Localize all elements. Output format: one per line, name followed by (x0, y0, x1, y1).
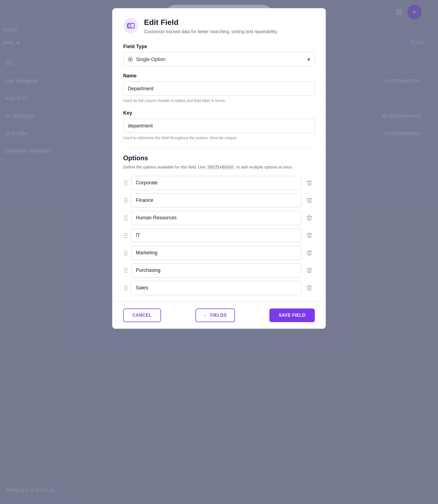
delete-option-2-button[interactable] (304, 212, 315, 223)
key-helper-text: Used to reference this field throughout … (123, 135, 315, 141)
modal-header: Edit Field Customize tracked data for be… (123, 18, 315, 35)
option-input-0[interactable] (131, 176, 301, 190)
fields-button-label: FIELDS (210, 313, 227, 318)
cancel-button[interactable]: CANCEL (123, 308, 161, 322)
option-row-6 (123, 281, 315, 295)
key-input[interactable] (123, 119, 315, 133)
drag-handle-6[interactable] (123, 284, 128, 292)
options-title: Options (123, 154, 315, 162)
modal-title-group: Edit Field Customize tracked data for be… (144, 18, 278, 35)
option-row-0 (123, 176, 315, 190)
chevron-down-icon: ▾ (307, 56, 310, 63)
name-helper-text: Used as the column header in tables and … (123, 98, 315, 104)
trash-icon-1 (307, 197, 312, 203)
save-field-button[interactable]: SAVE FIELD (269, 308, 315, 322)
option-input-1[interactable] (131, 193, 301, 208)
option-input-2[interactable] (131, 211, 301, 225)
options-desc-text: Define the options available for this fi… (123, 165, 206, 169)
option-row-1 (123, 193, 315, 208)
key-label: Key (123, 110, 315, 116)
option-input-3[interactable] (131, 228, 301, 243)
field-type-label: Field Type (123, 44, 315, 49)
drag-handle-4[interactable] (123, 249, 128, 257)
modal-icon-container (123, 18, 139, 33)
options-description: Define the options available for this fi… (123, 164, 315, 170)
name-label: Name (123, 73, 315, 79)
trash-icon-2 (307, 215, 312, 221)
option-row-3 (123, 228, 315, 243)
field-type-dropdown[interactable]: Single Option ▾ (123, 52, 315, 66)
delete-option-0-button[interactable] (304, 177, 315, 188)
field-type-value: Single Option (136, 57, 307, 62)
option-input-5[interactable] (131, 263, 301, 278)
section-divider (123, 147, 315, 148)
trash-icon-3 (307, 232, 312, 238)
radio-button-icon (128, 57, 133, 62)
options-shift-enter: Shift+Enter (206, 164, 235, 170)
drag-handle-2[interactable] (123, 214, 128, 222)
field-type-section: Field Type Single Option ▾ (123, 44, 315, 66)
modal-subtitle: Customize tracked data for better search… (144, 28, 278, 35)
edit-field-modal: Edit Field Customize tracked data for be… (112, 8, 326, 329)
trash-icon-0 (307, 180, 312, 186)
delete-option-6-button[interactable] (304, 282, 315, 293)
drag-handle-3[interactable] (123, 232, 128, 239)
field-icon (127, 23, 135, 28)
option-row-2 (123, 211, 315, 225)
modal-title: Edit Field (144, 18, 278, 27)
options-list (123, 176, 315, 295)
delete-option-5-button[interactable] (304, 265, 315, 276)
drag-handle-5[interactable] (123, 267, 128, 274)
name-input[interactable] (123, 81, 315, 96)
trash-icon-5 (307, 267, 312, 273)
option-row-4 (123, 246, 315, 260)
svg-rect-1 (128, 24, 131, 27)
options-desc-end: to add multiple options at once. (236, 165, 293, 169)
modal-footer: CANCEL ← FIELDS SAVE FIELD (112, 302, 326, 329)
trash-icon-6 (307, 285, 312, 291)
option-input-4[interactable] (131, 246, 301, 260)
delete-option-4-button[interactable] (304, 247, 315, 258)
option-input-6[interactable] (131, 281, 301, 295)
modal-content: Edit Field Customize tracked data for be… (112, 8, 326, 302)
drag-handle-0[interactable] (123, 179, 128, 187)
delete-option-1-button[interactable] (304, 195, 315, 206)
options-section: Options Define the options available for… (123, 154, 315, 295)
key-section: Key Used to reference this field through… (123, 110, 315, 141)
arrow-left-icon: ← (204, 313, 208, 318)
option-row-5 (123, 263, 315, 278)
name-section: Name Used as the column header in tables… (123, 73, 315, 104)
delete-option-3-button[interactable] (304, 230, 315, 241)
fields-button[interactable]: ← FIELDS (195, 308, 235, 322)
drag-handle-1[interactable] (123, 197, 128, 204)
trash-icon-4 (307, 250, 312, 256)
